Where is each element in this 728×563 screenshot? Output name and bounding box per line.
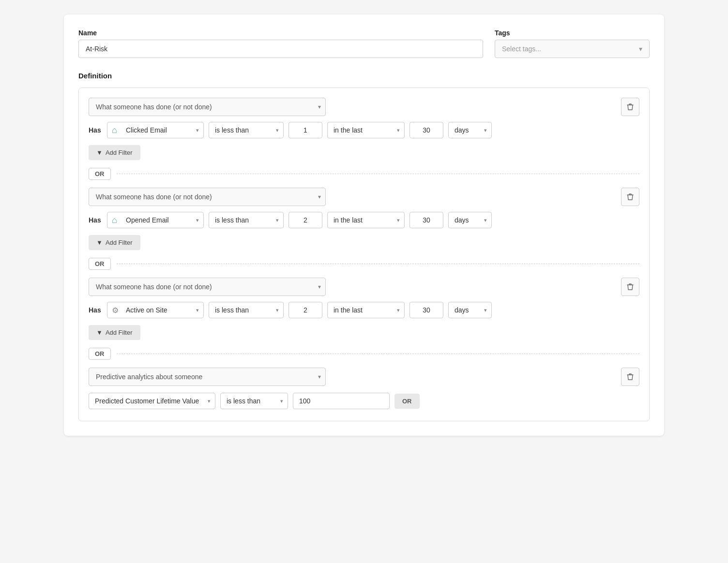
filter-icon-1: ▼ [96,149,103,156]
has-label-1: Has [89,126,102,134]
definition-box: What someone has done (or not done) Has … [78,88,650,421]
time-select-3[interactable]: in the last [327,302,405,318]
pred-metric-wrapper: Predicted Customer Lifetime Value [89,393,215,409]
operator-3[interactable]: is less than [209,302,284,318]
add-filter-button-2[interactable]: ▼ Add Filter [89,235,140,250]
name-label: Name [78,29,483,37]
tags-field-group: Tags Select tags... [495,29,650,58]
pred-operator-wrapper: is less than [220,393,288,409]
pred-or-button[interactable]: OR [394,394,420,409]
add-filter-label-3: Add Filter [106,329,133,336]
operator-1[interactable]: is less than [209,122,284,138]
add-filter-label-1: Add Filter [106,149,133,156]
trash-icon-2 [627,193,634,201]
or-divider-1: OR [89,168,639,180]
time-select-1[interactable]: in the last [327,122,405,138]
name-field-group: Name [78,29,483,58]
add-filter-label-2: Add Filter [106,239,133,246]
or-badge-3: OR [89,348,111,360]
days-select-wrapper-2: days [448,212,492,228]
add-filter-button-1[interactable]: ▼ Add Filter [89,145,140,160]
operator-select-1: is less than [209,122,284,138]
has-label-2: Has [89,216,102,224]
days-select-2[interactable]: days [448,212,492,228]
condition-block-2: What someone has done (or not done) Has … [89,188,639,250]
operator-select-3: is less than [209,302,284,318]
days-select-3[interactable]: days [448,302,492,318]
pred-operator-select[interactable]: is less than [220,393,288,409]
number-input-1[interactable] [288,122,322,138]
time-select-2[interactable]: in the last [327,212,405,228]
event-select-wrapper-3: ⚙ Active on Site [107,302,204,318]
delete-button-predictive[interactable] [621,368,639,386]
predictive-block: Predictive analytics about someone Predi… [89,368,639,409]
tags-label: Tags [495,29,650,37]
or-line-2 [117,264,640,264]
or-line-3 [117,354,640,354]
days-select-wrapper-1: days [448,122,492,138]
or-divider-3: OR [89,348,639,360]
trash-icon-1 [627,103,634,111]
what-select-1[interactable]: What someone has done (or not done) [89,98,326,116]
days-input-1[interactable] [410,122,443,138]
trash-icon-3 [627,283,634,291]
time-select-wrapper-3: in the last [327,302,405,318]
delete-button-3[interactable] [621,278,639,296]
days-select-wrapper-3: days [448,302,492,318]
or-badge-2: OR [89,258,111,270]
definition-title: Definition [78,72,650,80]
predictive-row: Predicted Customer Lifetime Value is les… [89,393,639,409]
predictive-what-select[interactable]: Predictive analytics about someone [89,368,326,386]
condition-header-2: What someone has done (or not done) [89,188,639,206]
what-select-wrapper-3: What someone has done (or not done) [89,278,326,296]
number-input-2[interactable] [288,212,322,228]
what-select-2[interactable]: What someone has done (or not done) [89,188,326,206]
or-badge-1: OR [89,168,111,180]
add-filter-button-3[interactable]: ▼ Add Filter [89,325,140,340]
has-row-1: Has ⌂ Clicked Email is less than [89,122,639,138]
what-select-wrapper-2: What someone has done (or not done) [89,188,326,206]
condition-block-1: What someone has done (or not done) Has … [89,98,639,160]
what-select-wrapper-1: What someone has done (or not done) [89,98,326,116]
days-input-3[interactable] [410,302,443,318]
time-select-wrapper-2: in the last [327,212,405,228]
predictive-header: Predictive analytics about someone [89,368,639,386]
tags-select[interactable]: Select tags... [495,40,650,58]
filter-icon-2: ▼ [96,239,103,246]
time-select-wrapper-1: in the last [327,122,405,138]
event-select-1[interactable]: Clicked Email [107,122,204,138]
what-select-3[interactable]: What someone has done (or not done) [89,278,326,296]
days-input-2[interactable] [410,212,443,228]
top-row: Name Tags Select tags... [78,29,650,58]
pred-metric-select[interactable]: Predicted Customer Lifetime Value [89,393,215,409]
has-row-3: Has ⚙ Active on Site is less than [89,302,639,318]
definition-section: Definition What someone has done (or not… [78,72,650,421]
delete-button-1[interactable] [621,98,639,116]
or-divider-2: OR [89,258,639,270]
page-container: Name Tags Select tags... Definition What… [64,15,664,436]
event-select-2[interactable]: Opened Email [107,212,204,228]
has-row-2: Has ⌂ Opened Email is less than [89,212,639,228]
has-label-3: Has [89,306,102,314]
predictive-what-wrapper: Predictive analytics about someone [89,368,326,386]
condition-header-1: What someone has done (or not done) [89,98,639,116]
event-select-wrapper-1: ⌂ Clicked Email [107,122,204,138]
operator-2[interactable]: is less than [209,212,284,228]
tags-chevron-icon [639,45,642,53]
filter-icon-3: ▼ [96,329,103,336]
pred-value-input[interactable] [293,393,390,409]
delete-button-2[interactable] [621,188,639,206]
days-select-1[interactable]: days [448,122,492,138]
or-line-1 [117,174,640,174]
tags-placeholder: Select tags... [502,45,541,53]
operator-select-2: is less than [209,212,284,228]
condition-block-3: What someone has done (or not done) Has … [89,278,639,340]
condition-header-3: What someone has done (or not done) [89,278,639,296]
event-select-wrapper-2: ⌂ Opened Email [107,212,204,228]
trash-icon-predictive [627,373,634,381]
number-input-3[interactable] [288,302,322,318]
event-select-3[interactable]: Active on Site [107,302,204,318]
name-input[interactable] [78,40,483,58]
